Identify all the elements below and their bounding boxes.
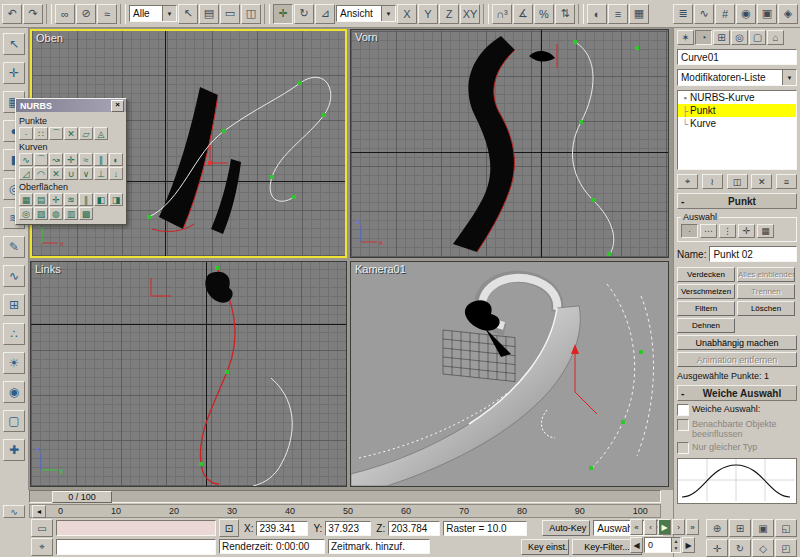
uv-loft-surface-icon[interactable]: ▩ (79, 207, 93, 220)
tool-camera-icon[interactable]: ◉ (3, 381, 25, 403)
chamfer-curve-icon[interactable]: ◿ (19, 167, 33, 180)
tab-motion[interactable]: ◎ (731, 30, 748, 45)
make-independent-button[interactable]: Unabhängig machen (677, 335, 797, 350)
offset-curve-icon[interactable]: ∥ (94, 153, 108, 166)
zoom-extents-icon[interactable]: ▣ (752, 519, 774, 537)
rectangular-selection-region-icon[interactable]: ▭ (220, 4, 240, 24)
zoom-icon[interactable]: ⊕ (706, 519, 728, 537)
punkt-rollout-header[interactable]: - Punkt (677, 193, 797, 209)
u-loft-surface-icon[interactable]: ▥ (64, 207, 78, 220)
nurbs-toolbox-titlebar[interactable]: NURBS × (16, 99, 126, 112)
time-slider-handle[interactable]: 0 / 100 (52, 491, 112, 503)
selection-filter-dropdown[interactable]: Alle ▼ (129, 5, 177, 22)
spinner-icon[interactable]: ▲▼ (671, 538, 680, 552)
filter-button[interactable]: Filtern (677, 301, 735, 316)
surface-curve-point-icon[interactable]: ◬ (94, 127, 108, 140)
viewport-left[interactable]: yz Links (30, 261, 347, 487)
point-name-field[interactable]: Punkt 02 (709, 246, 797, 262)
cv-curve-icon[interactable]: ∿ (19, 153, 33, 166)
stack-row-punkt[interactable]: ├ Punkt (678, 104, 796, 117)
tool-curve-icon[interactable]: ∿ (3, 265, 25, 287)
point-surface-icon[interactable]: ▤ (34, 193, 48, 206)
u-iso-curve-icon[interactable]: ∪ (64, 167, 78, 180)
viewport-label-front[interactable]: Vorn (355, 31, 378, 43)
ruled-surface-icon[interactable]: ▨ (34, 207, 48, 220)
x-coord-field[interactable]: 239.341 (256, 521, 308, 536)
select-and-scale-icon[interactable]: ⊿ (315, 4, 335, 24)
tool-display-icon[interactable]: ▢ (3, 410, 25, 432)
chevron-down-icon[interactable]: ▼ (162, 6, 176, 21)
tab-create[interactable]: ✶ (677, 30, 694, 45)
angle-snap-icon[interactable]: ∡ (513, 4, 533, 24)
spinner-snap-icon[interactable]: ⇅ (555, 4, 575, 24)
select-and-link-icon[interactable]: ∞ (55, 4, 75, 24)
mirror-icon[interactable]: ◐ (587, 4, 607, 24)
restrict-xy-plane-icon[interactable]: XY (460, 4, 480, 24)
blend-surface-icon[interactable]: ≋ (64, 193, 78, 206)
snap-toggle-3d-icon[interactable]: ∩³ (492, 4, 512, 24)
viewport-label-top[interactable]: Oben (36, 32, 63, 44)
curve-curve-point-icon[interactable]: ✕ (64, 127, 78, 140)
unhide-all-button[interactable]: Alles einblenden (737, 267, 795, 282)
current-frame-field[interactable]: 0 ▲▼ (644, 537, 681, 553)
open-mini-curve-editor-button[interactable]: ∿ (3, 505, 25, 518)
soft-selection-rollout-header[interactable]: - Weiche Auswahl (677, 385, 797, 401)
delete-button[interactable]: Löschen (737, 301, 795, 316)
tool-transform-icon[interactable]: ✛ (3, 62, 25, 84)
vector-projected-curve-icon[interactable]: ↓ (109, 167, 123, 180)
play-button[interactable]: ▶ (658, 519, 671, 535)
percent-snap-icon[interactable]: % (534, 4, 554, 24)
fillet-curve-icon[interactable]: ◠ (34, 167, 48, 180)
stack-row-kurve[interactable]: └ Kurve (678, 117, 796, 130)
selection-mode-icon[interactable]: ▭ (31, 519, 53, 537)
same-type-checkbox[interactable] (677, 442, 689, 454)
maxscript-mini-listener-pink[interactable] (56, 520, 216, 536)
viewport-front[interactable]: xz Vorn (350, 29, 669, 258)
fit-curve-icon[interactable]: ↝ (49, 153, 63, 166)
field-of-view-icon[interactable]: ◇ (752, 539, 774, 557)
schematic-view-icon[interactable]: # (715, 4, 735, 24)
pan-icon[interactable]: ✛ (706, 539, 728, 557)
cap-surface-icon[interactable]: ◍ (49, 207, 63, 220)
next-key-button[interactable]: ▶ (682, 537, 695, 553)
surface-intersection-curve-icon[interactable]: ✕ (49, 167, 63, 180)
zoom-all-icon[interactable]: ⊞ (729, 519, 751, 537)
offset-surface-icon[interactable]: ∥ (79, 193, 93, 206)
chevron-down-icon[interactable]: ▼ (381, 6, 395, 21)
time-tag-field[interactable]: Zeitmark. hinzuf. (328, 539, 430, 554)
normal-projected-curve-icon[interactable]: ⊥ (94, 167, 108, 180)
select-all-points-icon[interactable]: ▦ (757, 224, 774, 238)
restrict-z-icon[interactable]: Z (439, 4, 459, 24)
pin-stack-icon[interactable]: ⌖ (677, 174, 698, 189)
layer-manager-icon[interactable]: ≣ (673, 4, 693, 24)
offset-point-icon[interactable]: ∷ (34, 127, 48, 140)
tool-helpers-icon[interactable]: ✚ (3, 439, 25, 461)
go-to-end-button[interactable]: » (686, 519, 699, 535)
reference-coordsys-dropdown[interactable]: Ansicht ▼ (336, 5, 396, 22)
next-frame-button[interactable]: › (672, 519, 685, 535)
curve-editor-icon[interactable]: ∿ (694, 4, 714, 24)
previous-key-button[interactable]: ◀ (630, 537, 643, 553)
go-to-start-button[interactable]: « (630, 519, 643, 535)
quick-render-icon[interactable]: ◈ (778, 4, 798, 24)
bind-to-spacewarp-icon[interactable]: ≈ (97, 4, 117, 24)
zoom-region-icon[interactable]: ◱ (775, 519, 797, 537)
align-icon[interactable]: ≡ (608, 4, 628, 24)
tab-display[interactable]: ▢ (749, 30, 766, 45)
viewport-label-left[interactable]: Links (35, 263, 61, 275)
modifier-list-dropdown[interactable]: Modifikatoren-Liste ▼ (677, 69, 797, 86)
transform-curve-icon[interactable]: ✛ (64, 153, 78, 166)
select-and-move-icon[interactable]: ✛ (273, 4, 293, 24)
named-selection-sets-icon[interactable]: ▦ (629, 4, 649, 24)
remove-animation-button[interactable]: Animation entfernen (677, 352, 797, 367)
maxscript-mini-listener-white[interactable] (56, 539, 216, 555)
extend-button[interactable]: Dehnen (677, 318, 735, 333)
v-iso-curve-icon[interactable]: ∨ (79, 167, 93, 180)
select-column-icon[interactable]: ⋮ (719, 224, 736, 238)
object-name-field[interactable]: Curve01 (677, 49, 797, 65)
time-slider[interactable]: 0 / 100 (29, 490, 661, 503)
select-object-icon[interactable]: ↖ (178, 4, 198, 24)
point-curve-icon[interactable]: ⌒ (34, 153, 48, 166)
tool-light-icon[interactable]: ☀ (3, 352, 25, 374)
window-crossing-icon[interactable]: ◫ (241, 4, 261, 24)
